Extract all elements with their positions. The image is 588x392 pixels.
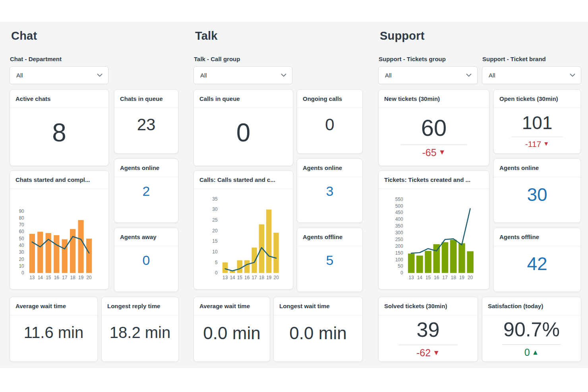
card-title: Ongoing calls xyxy=(297,90,362,108)
card-title: Tickets: Tickets created and ... xyxy=(379,171,489,189)
svg-text:250: 250 xyxy=(395,237,403,242)
card-title: Agents offline xyxy=(297,228,362,246)
svg-text:450: 450 xyxy=(395,210,403,215)
chevron-down-icon xyxy=(281,73,286,77)
svg-text:15: 15 xyxy=(237,275,243,280)
card-title: Longest wait time xyxy=(274,297,362,315)
chat-agents-online-value: 2 xyxy=(143,184,150,199)
solved-tickets-value: 39 xyxy=(417,319,440,341)
svg-text:50: 50 xyxy=(19,236,24,241)
support-ticket-brand-selected-value: All xyxy=(489,72,495,79)
card-title: Calls: Calls started and c... xyxy=(194,171,293,189)
chat-longest-reply-card: Longest reply time 18.2 min xyxy=(101,297,179,362)
chat-agents-online-card: Agents online 2 xyxy=(114,158,178,223)
support-ticket-brand-select[interactable]: All xyxy=(482,66,581,84)
trend-value: 0 xyxy=(524,348,530,357)
svg-text:5: 5 xyxy=(215,260,218,265)
svg-text:20: 20 xyxy=(274,275,279,280)
svg-text:13: 13 xyxy=(409,275,414,280)
talk-call-group-select[interactable]: All xyxy=(193,66,292,84)
chats-in-queue-card: Chats in queue 23 xyxy=(114,89,178,154)
chats-chart-card: Chats started and compl... 0102030405060… xyxy=(10,170,109,290)
card-title: Active chats xyxy=(10,90,108,108)
support-agents-online-card: Agents online 30 xyxy=(493,158,581,223)
card-title: Chats started and compl... xyxy=(10,171,108,189)
talk-agents-offline-value: 5 xyxy=(326,253,334,268)
calls-in-queue-card: Calls in queue 0 xyxy=(193,89,293,166)
card-title: Solved tickets (30min) xyxy=(379,297,478,315)
svg-text:14: 14 xyxy=(417,275,423,280)
svg-text:30: 30 xyxy=(19,249,24,255)
chats-started-completed-chart: 01020304050607080901314151617181920 xyxy=(10,189,108,289)
svg-text:16: 16 xyxy=(54,275,60,280)
card-title: Agents online xyxy=(297,159,362,177)
trend-value: -65 xyxy=(422,148,437,158)
svg-text:20: 20 xyxy=(19,257,24,262)
support-tickets-group-select[interactable]: All xyxy=(378,66,478,84)
open-tickets-value: 101 xyxy=(522,113,553,132)
card-title: Chats in queue xyxy=(114,90,178,108)
card-title: Agents online xyxy=(114,159,178,177)
svg-text:35: 35 xyxy=(212,196,218,202)
ongoing-calls-value: 0 xyxy=(325,116,334,133)
svg-text:19: 19 xyxy=(459,275,465,280)
svg-text:17: 17 xyxy=(62,275,68,280)
svg-text:90: 90 xyxy=(19,209,24,214)
svg-text:0: 0 xyxy=(400,270,403,276)
svg-text:10: 10 xyxy=(212,249,218,255)
svg-text:17: 17 xyxy=(251,275,257,280)
svg-text:14: 14 xyxy=(230,275,235,280)
calls-started-completed-chart: 051015202530351314151617181920 xyxy=(194,189,293,289)
solved-tickets-card: Solved tickets (30min) 39 -62 ▼ xyxy=(378,297,478,362)
chat-department-select[interactable]: All xyxy=(10,66,108,84)
svg-text:70: 70 xyxy=(19,222,24,228)
support-tickets-group-selected-value: All xyxy=(385,72,392,79)
svg-text:150: 150 xyxy=(395,250,403,256)
chat-average-wait-value: 11.6 min xyxy=(24,324,83,341)
svg-text:350: 350 xyxy=(395,223,403,229)
svg-text:13: 13 xyxy=(29,275,35,280)
chevron-down-icon xyxy=(570,73,575,77)
trend-divider xyxy=(511,137,563,137)
active-chats-card: Active chats 8 xyxy=(10,89,109,166)
chevron-down-icon xyxy=(466,73,472,77)
svg-text:15: 15 xyxy=(426,275,431,280)
svg-text:400: 400 xyxy=(395,216,403,222)
talk-average-wait-value: 0.0 min xyxy=(203,324,260,342)
svg-text:0: 0 xyxy=(21,270,24,276)
svg-text:100: 100 xyxy=(395,257,403,263)
support-agents-offline-value: 42 xyxy=(527,254,547,273)
chevron-down-icon xyxy=(97,73,103,77)
svg-text:40: 40 xyxy=(19,243,24,248)
chat-filter-label: Chat - Department xyxy=(10,56,62,62)
satisfaction-card: Satisfaction (today) 90.7% 0 ▲ xyxy=(482,297,581,362)
down-arrow-icon: ▼ xyxy=(439,149,446,156)
svg-text:200: 200 xyxy=(395,243,403,249)
card-title: Agents away xyxy=(114,228,178,246)
svg-text:80: 80 xyxy=(19,215,24,221)
svg-text:18: 18 xyxy=(259,275,265,280)
svg-text:20: 20 xyxy=(212,228,218,234)
card-title: Average wait time xyxy=(194,297,270,315)
satisfaction-trend: 0 ▲ xyxy=(524,348,539,357)
new-tickets-value: 60 xyxy=(421,116,447,140)
svg-text:15: 15 xyxy=(212,238,218,244)
trend-value: -117 xyxy=(525,140,541,148)
svg-text:25: 25 xyxy=(212,217,218,223)
open-tickets-trend: -117 ▼ xyxy=(525,140,549,148)
chat-heading: Chat xyxy=(11,29,37,42)
support-heading: Support xyxy=(380,29,425,42)
svg-text:50: 50 xyxy=(398,263,403,269)
card-title: Average wait time xyxy=(10,297,97,315)
svg-text:16: 16 xyxy=(434,275,439,280)
support-agents-offline-card: Agents offline 42 xyxy=(493,228,581,292)
trend-divider xyxy=(401,145,467,145)
ongoing-calls-card: Ongoing calls 0 xyxy=(297,89,363,154)
card-title: Agents online xyxy=(494,159,580,177)
trend-value: -62 xyxy=(416,348,431,358)
down-arrow-icon: ▼ xyxy=(543,141,549,147)
svg-text:10: 10 xyxy=(19,263,24,269)
chats-in-queue-value: 23 xyxy=(137,116,156,133)
talk-longest-wait-card: Longest wait time 0.0 min xyxy=(273,297,363,362)
svg-text:15: 15 xyxy=(46,275,51,280)
